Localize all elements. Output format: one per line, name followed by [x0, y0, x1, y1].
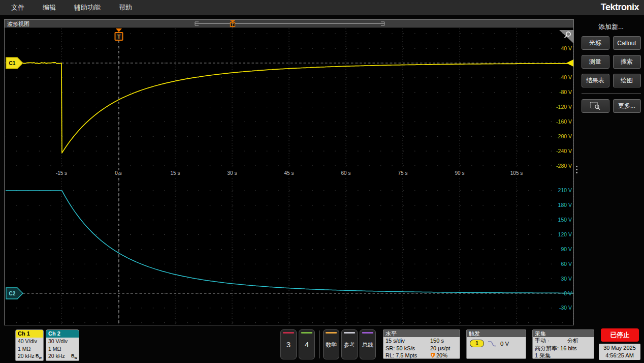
trigger-panel[interactable]: 触发 1 0 V — [466, 329, 526, 359]
ref-label: 参考 — [342, 341, 357, 349]
zoom-area-button[interactable] — [582, 99, 609, 113]
svg-text:150 V: 150 V — [558, 217, 572, 223]
bus-color-stripe — [362, 332, 373, 334]
svg-text:0 s: 0 s — [115, 170, 121, 176]
horizontal-resolution: 20 µs/pt — [430, 345, 450, 352]
menu-bar: 文件 编辑 辅助功能 帮助 — [0, 0, 644, 15]
ch1-badge[interactable]: Ch 1 40 V/div 1 MΩ 20 kHz Bw — [15, 329, 44, 361]
datetime-display: 30 May 2025 4:56:25 AM — [599, 344, 640, 360]
svg-text:75 s: 75 s — [398, 170, 408, 176]
horizontal-sample-rate: SR: 50 kS/s — [385, 345, 415, 351]
svg-text:C1: C1 — [9, 60, 16, 66]
svg-text:105 s: 105 s — [510, 170, 523, 176]
tekscope-app: 文件 编辑 辅助功能 帮助 Tektronix 波形视图 T T40 V0-40… — [0, 0, 644, 363]
tektronix-logo: Tektronix — [601, 2, 639, 13]
svg-text:-40 V: -40 V — [559, 74, 572, 80]
svg-text:60 s: 60 s — [341, 170, 351, 176]
ch4-label: 4 — [299, 340, 314, 349]
svg-text:-240 V: -240 V — [556, 148, 572, 154]
svg-text:30 s: 30 s — [228, 170, 237, 176]
ch2-scale: 30 V/div — [46, 338, 79, 345]
ch4-button[interactable]: 4 — [299, 329, 315, 359]
waveform-view-title: 波形视图 — [7, 20, 29, 28]
record-minimap[interactable]: T — [190, 20, 389, 27]
horizontal-panel[interactable]: 水平 15 s/div 150 s SR: 50 kS/s 20 µs/pt R… — [383, 329, 460, 359]
svg-text:C2: C2 — [9, 291, 16, 296]
ch2-badge[interactable]: Ch 2 30 V/div 1 MΩ 20 kHz Bw — [46, 329, 79, 361]
bus-button[interactable]: 总线 — [360, 329, 376, 359]
ref-color-stripe — [344, 332, 355, 334]
svg-text:120 V: 120 V — [558, 231, 572, 237]
add-new-panel: 添加新... 光标 Callout 测量 搜索 结果表 绘图 更多... — [579, 19, 643, 314]
svg-text:45 s: 45 s — [284, 170, 294, 176]
svg-text:180 V: 180 V — [558, 202, 572, 208]
more-button[interactable]: 更多... — [613, 99, 641, 113]
svg-text:T: T — [232, 23, 234, 26]
acquisition-analyze: 分析 — [567, 337, 578, 345]
menu-help[interactable]: 帮助 — [119, 3, 132, 12]
ch1-badge-title: Ch 1 — [16, 330, 43, 338]
trigger-title: 触发 — [467, 330, 526, 337]
svg-text:-160 V: -160 V — [556, 118, 572, 125]
waveform-plot[interactable]: T40 V0-40 V-80 V-120 V-160 V-200 V-240 V… — [5, 27, 573, 325]
cursor-button[interactable]: 光标 — [582, 36, 609, 50]
ch3-button[interactable]: 3 — [280, 329, 297, 359]
horizontal-title: 水平 — [383, 330, 460, 337]
ch4-color-stripe — [301, 332, 312, 334]
stopped-button[interactable]: 已停止 — [601, 328, 639, 342]
svg-text:T: T — [117, 34, 121, 40]
bus-label: 总线 — [360, 341, 375, 349]
svg-text:40 V: 40 V — [561, 45, 572, 51]
horizontal-scale: 15 s/div — [385, 338, 405, 344]
waveform-view: 波形视图 T T40 V0-40 V-80 V-120 V-160 V-200 … — [4, 19, 574, 325]
bandwidth-icon: Bw — [71, 353, 77, 359]
trigger-source-badge: 1 — [470, 340, 484, 347]
horizontal-window: 150 s — [430, 337, 444, 345]
acquisition-panel[interactable]: 采集 手动 · 分析 高分辨率: 16 bits 1 采集 — [532, 329, 594, 359]
svg-text:90 V: 90 V — [561, 246, 572, 252]
ref-button[interactable]: 参考 — [341, 329, 358, 359]
math-label: 数学 — [324, 341, 339, 349]
ch3-color-stripe — [283, 332, 294, 334]
svg-text:210 V: 210 V — [558, 187, 572, 193]
zoom-area-icon — [590, 102, 601, 110]
svg-text:15 s: 15 s — [171, 170, 180, 176]
callout-button[interactable]: Callout — [613, 36, 641, 50]
ch1-trace[interactable] — [6, 63, 573, 153]
search-button[interactable]: 搜索 — [613, 55, 641, 69]
svg-text:-200 V: -200 V — [556, 133, 572, 139]
ch2-trace[interactable] — [6, 191, 573, 293]
trigger-level: 0 V — [500, 341, 509, 347]
results-table-button[interactable]: 结果表 — [582, 74, 609, 87]
time-text: 4:56:25 AM — [599, 352, 640, 359]
svg-text:-120 V: -120 V — [556, 104, 572, 110]
svg-text:60 V: 60 V — [561, 261, 572, 267]
trigger-top-caret — [116, 28, 122, 32]
menu-utility[interactable]: 辅助功能 — [74, 3, 101, 12]
math-color-stripe — [326, 332, 337, 334]
svg-text:-30 V: -30 V — [559, 305, 572, 311]
measure-button[interactable]: 测量 — [582, 55, 609, 69]
svg-text:T: T — [432, 353, 434, 357]
bandwidth-icon: Bw — [36, 353, 42, 359]
acquisition-title: 采集 — [533, 330, 594, 337]
acquisition-detail: 高分辨率: 16 bits — [535, 345, 592, 352]
ch2-badge-title: Ch 2 — [46, 330, 79, 338]
minimap-trigger-marker[interactable]: T — [230, 20, 235, 27]
date-text: 30 May 2025 — [599, 344, 640, 352]
svg-text:-280 V: -280 V — [556, 163, 572, 169]
ch3-label: 3 — [281, 340, 296, 349]
waveform-view-titlebar: 波形视图 T — [5, 20, 573, 28]
svg-text:30 V: 30 V — [561, 276, 572, 282]
button-group-divider — [319, 330, 320, 358]
ch2-impedance: 1 MΩ — [46, 345, 79, 353]
ch1-scale: 40 V/div — [16, 338, 43, 345]
math-button[interactable]: 数学 — [323, 329, 339, 359]
menu-edit[interactable]: 编辑 — [43, 3, 56, 12]
plot-button[interactable]: 绘图 — [613, 74, 641, 87]
svg-text:-15 s: -15 s — [56, 170, 67, 176]
trigger-position-icon: T — [430, 352, 435, 358]
menu-file[interactable]: 文件 — [11, 3, 24, 12]
acquisition-mode: 手动 · — [535, 338, 550, 344]
svg-text:-80 V: -80 V — [559, 89, 572, 95]
